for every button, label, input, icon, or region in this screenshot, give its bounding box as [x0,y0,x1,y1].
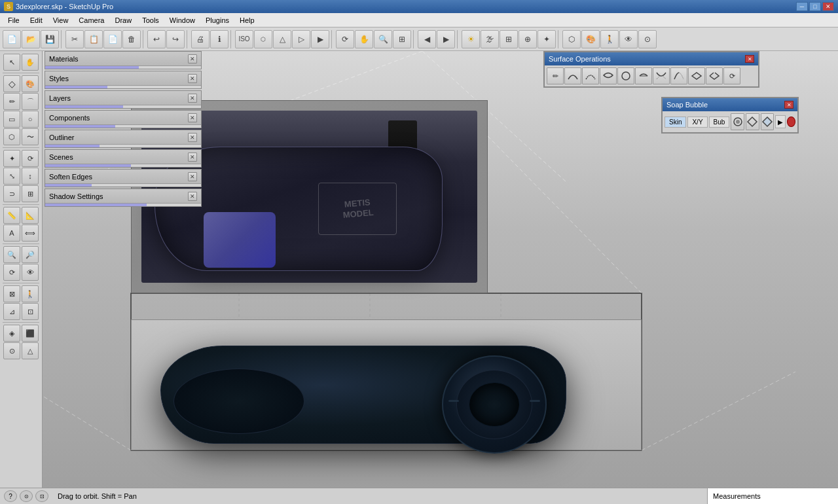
scale-tool[interactable]: ⤡ [3,168,20,185]
cone-tool[interactable]: △ [22,342,39,359]
tb-prev-scene[interactable]: ◀ [418,30,436,48]
tb-top[interactable]: △ [273,30,291,48]
menu-edit[interactable]: Edit [25,15,48,26]
status-help-button[interactable]: ? [4,490,17,502]
sb-tab-bub[interactable]: Bub [709,117,730,128]
title-bar-controls[interactable]: ─ □ ✕ [796,2,834,11]
maximize-button[interactable]: □ [809,2,821,11]
so-btn-reflect[interactable] [653,67,670,84]
menu-help[interactable]: Help [234,15,260,26]
circle-tool[interactable]: ○ [22,111,39,128]
menu-file[interactable]: File [3,15,25,26]
status-icon-1[interactable]: ⊙ [20,490,33,502]
panel-layers-close[interactable]: ✕ [188,94,197,103]
panel-soften-edges-header[interactable]: Soften Edges ✕ [45,170,201,184]
tb-undo[interactable]: ↩ [147,30,166,48]
sb-icon-3[interactable] [761,113,774,130]
panel-soften-edges-close[interactable]: ✕ [188,172,197,181]
pencil-tool[interactable]: ✏ [3,93,20,110]
move-tool[interactable]: ✦ [3,150,20,167]
box-tool[interactable]: ⬛ [22,325,39,342]
measurements-box[interactable]: Measurements [707,488,838,504]
tb-redo[interactable]: ↪ [166,30,185,48]
freehand-tool[interactable]: 〜 [22,128,39,145]
protractor-tool[interactable]: 📐 [22,207,39,224]
sb-tab-xy[interactable]: X/Y [687,117,707,128]
dim-tool[interactable]: ⟺ [22,225,39,242]
tb-copy[interactable]: 📋 [84,30,103,48]
tb-next-scene[interactable]: ▶ [437,30,455,48]
sb-icon-1[interactable] [731,113,744,130]
menu-window[interactable]: Window [164,15,200,26]
select-tool[interactable]: ↖ [3,54,20,71]
arc-tool[interactable]: ⌒ [22,93,39,110]
panel-scenes-close[interactable]: ✕ [188,153,197,162]
tb-component[interactable]: ⬡ [562,30,581,48]
tb-fog[interactable]: 🌫 [481,30,499,48]
so-btn-arc1[interactable] [564,67,581,84]
menu-draw[interactable]: Draw [109,15,137,26]
close-button[interactable]: ✕ [822,2,834,11]
panel-outliner-close[interactable]: ✕ [188,133,197,142]
tb-zoom-ext[interactable]: ⊞ [393,30,411,48]
tb-zoom2[interactable]: 🔍 [374,30,392,48]
panel-layers-header[interactable]: Layers ✕ [45,91,201,105]
sb-play-button[interactable]: ▶ [775,115,786,128]
tb-new[interactable]: 📄 [3,30,21,48]
status-icon-2[interactable]: ⊡ [35,490,48,502]
stamp-tool[interactable]: ⊡ [22,303,39,320]
sandbox-tool[interactable]: ⊿ [3,303,20,320]
tb-save[interactable]: 💾 [41,30,59,48]
tb-shadows[interactable]: ☀ [462,30,480,48]
follow-me-tool[interactable]: ⊃ [3,185,20,202]
tb-front[interactable]: ▷ [292,30,310,48]
orbit-tool[interactable]: ⟳ [3,264,20,281]
diamond-tool[interactable]: ◈ [3,325,20,342]
panel-styles-header[interactable]: Styles ✕ [45,71,201,86]
tb-orbit[interactable]: ⟳ [336,30,354,48]
so-btn-pencil[interactable]: ✏ [547,67,564,84]
tb-print[interactable]: 🖨 [191,30,210,48]
panel-components-header[interactable]: Components ✕ [45,111,201,125]
tb-walkthrough[interactable]: 🚶 [600,30,619,48]
tb-perspective[interactable]: ⬡ [254,30,272,48]
zoom-tool[interactable]: 🔍 [3,246,20,263]
surface-ops-header[interactable]: Surface Operations ✕ [545,52,758,65]
so-btn-arc3[interactable] [600,67,617,84]
tb-model-info[interactable]: ℹ [210,30,228,48]
walkthrough-tool[interactable]: 🚶 [22,285,39,302]
so-btn-arc5[interactable] [635,67,652,84]
panel-shadow-settings-header[interactable]: Shadow Settings ✕ [45,189,201,204]
tb-pan2[interactable]: ✋ [355,30,373,48]
tb-paint[interactable]: 🎨 [581,30,600,48]
surface-ops-close[interactable]: ✕ [745,55,754,63]
tb-section[interactable]: ⊞ [500,30,518,48]
erase-tool[interactable]: ◇ [3,75,20,92]
so-btn-arc4[interactable] [617,67,634,84]
menu-camera[interactable]: Camera [73,15,109,26]
zoom-window-tool[interactable]: 🔎 [22,246,39,263]
tb-open[interactable]: 📂 [22,30,40,48]
so-btn-refresh[interactable]: ⟳ [723,67,740,84]
tb-cut[interactable]: ✂ [65,30,84,48]
panel-shadow-settings-close[interactable]: ✕ [188,192,197,201]
sb-icon-2[interactable] [746,113,759,130]
look-around-tool[interactable]: 👁 [22,264,39,281]
panel-outliner-header[interactable]: Outliner ✕ [45,130,201,145]
tb-right[interactable]: ▶ [311,30,329,48]
sb-record-button[interactable] [787,117,795,127]
tb-hidden[interactable]: ⊙ [638,30,657,48]
section-plane-tool[interactable]: ⊠ [3,285,20,302]
rotate-tool[interactable]: ⟳ [22,150,39,167]
panel-styles-close[interactable]: ✕ [188,74,197,83]
panel-scenes-header[interactable]: Scenes ✕ [45,150,201,164]
paint-bucket-tool[interactable]: 🎨 [22,75,39,92]
polygon-tool[interactable]: ⬡ [3,128,20,145]
push-pull-tool[interactable]: ↕ [22,168,39,185]
so-btn-split[interactable] [706,67,723,84]
menu-plugins[interactable]: Plugins [200,15,234,26]
soap-bubble-close[interactable]: ✕ [784,101,793,109]
pan-tool[interactable]: ✋ [22,54,39,71]
tb-paste[interactable]: 📄 [103,30,122,48]
sb-tab-skin[interactable]: Skin [665,117,686,128]
